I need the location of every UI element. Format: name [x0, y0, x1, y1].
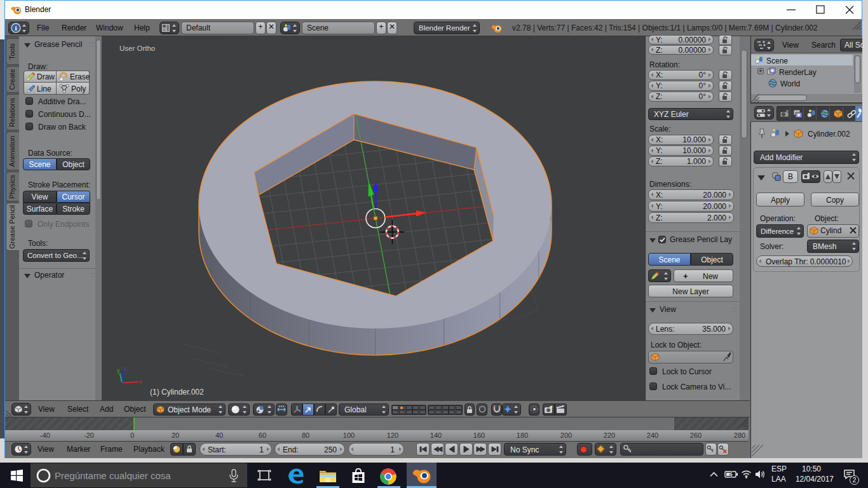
svg-text:z: z — [124, 365, 127, 372]
svg-text:User Ortho: User Ortho — [119, 44, 155, 52]
svg-text:x: x — [139, 379, 142, 385]
svg-text:y: y — [117, 367, 120, 374]
svg-text:i: i — [15, 24, 17, 32]
svg-text:(1) Cylinder.002: (1) Cylinder.002 — [150, 388, 204, 396]
